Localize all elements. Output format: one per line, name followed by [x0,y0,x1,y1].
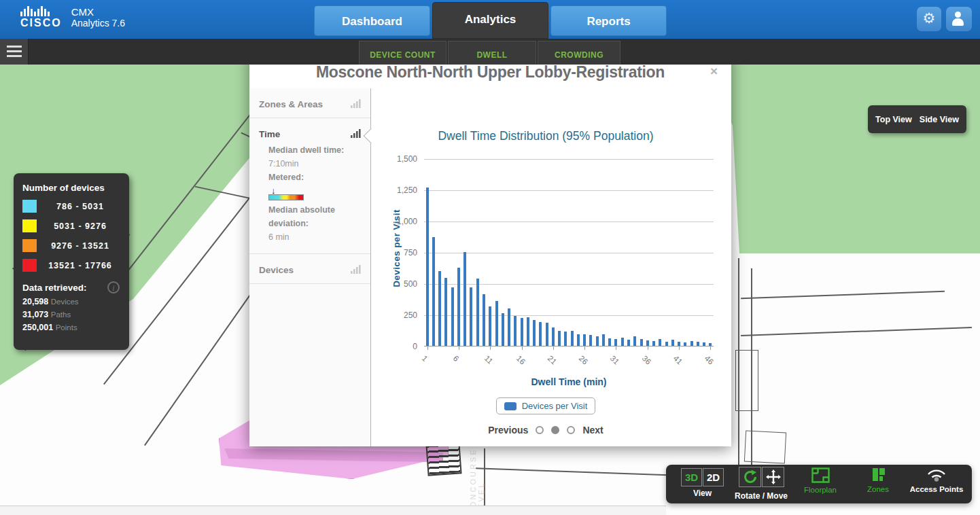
bar-dwell-17[interactable] [527,317,529,347]
bar-dwell-36[interactable] [646,340,649,346]
settings-button[interactable]: ⚙ [917,7,941,31]
bar-dwell-14[interactable] [508,308,510,346]
bar-dwell-30[interactable] [608,338,611,346]
cisco-brand: CISCO CMX Analytics 7.6 [20,5,125,29]
bar-dwell-13[interactable] [502,313,504,346]
bar-dwell-4[interactable] [444,278,447,346]
view-2d-button[interactable]: 2D [703,468,724,486]
page-dot-3[interactable] [567,426,575,434]
metered-arrow-icon: ↓ [271,184,364,194]
bar-chart-icon [351,129,361,138]
bar-dwell-27[interactable] [589,335,592,346]
rotate-icon [742,469,758,485]
bar-chart-icon [351,265,361,274]
move-button[interactable] [762,467,784,487]
data-retrieved-paths: 31,073 Paths [22,310,129,319]
view-3d-button[interactable]: 3D [681,468,702,486]
zone-detail-modal: Moscone North-North Upper Lobby-Registra… [249,53,731,446]
bar-dwell-45[interactable] [703,342,705,346]
close-icon[interactable]: × [710,64,718,79]
data-retrieved-devices: 20,598 Devices [22,297,129,306]
bar-dwell-21[interactable] [552,327,555,346]
menu-button[interactable] [0,39,29,65]
info-icon[interactable]: i [107,281,120,294]
bar-dwell-25[interactable] [577,334,580,346]
bar-dwell-5[interactable] [451,287,454,346]
metered-label: Metered: [268,173,304,182]
x-tick-mark [459,347,459,350]
tab-dashboard[interactable]: Dashboard [314,5,430,36]
sidebar-section-zones-areas[interactable]: Zones & Areas [249,88,370,118]
bar-dwell-26[interactable] [583,334,586,346]
bar-dwell-7[interactable] [463,252,466,346]
bar-dwell-2[interactable] [432,237,435,346]
subtab-crowding[interactable]: CROWDING [538,41,620,65]
x-tick-label: 46 [703,354,716,366]
floorplan-room [744,430,786,463]
bar-dwell-35[interactable] [640,339,643,346]
top-view-button[interactable]: Top View [875,115,912,124]
x-tick-mark [522,347,523,350]
account-button[interactable] [946,7,972,31]
device-count-legend-panel: Number of devices 786 - 5031 5031 - 9276… [14,173,129,350]
zones-toggle-button[interactable]: Zones [860,467,896,493]
mad-label: Median absolutedeviation: [268,205,335,228]
x-tick-mark [427,347,428,350]
tab-reports[interactable]: Reports [550,5,667,36]
x-tick-mark [490,347,491,350]
bar-dwell-6[interactable] [457,268,460,346]
bar-dwell-28[interactable] [596,336,599,346]
bar-dwell-39[interactable] [665,342,668,346]
series-legend-toggle[interactable]: Devices per Visit [496,397,596,414]
bar-dwell-22[interactable] [558,331,561,346]
bar-dwell-33[interactable] [627,340,630,346]
gridline [424,159,714,160]
page-dot-1[interactable] [536,426,544,434]
bar-dwell-12[interactable] [495,301,498,346]
bar-dwell-29[interactable] [602,334,605,346]
bar-dwell-42[interactable] [684,342,686,346]
bar-dwell-20[interactable] [546,323,548,346]
bar-dwell-32[interactable] [621,338,624,346]
bar-dwell-18[interactable] [533,320,536,346]
bar-dwell-8[interactable] [470,287,472,346]
bar-dwell-41[interactable] [678,342,680,346]
bar-dwell-3[interactable] [438,271,441,346]
page-dot-2-current[interactable] [551,426,559,434]
bar-dwell-23[interactable] [564,332,567,346]
bar-dwell-34[interactable] [633,336,636,346]
chart-title: Dwell Time Distribution (95% Population) [372,129,720,143]
bar-dwell-9[interactable] [476,279,479,346]
bar-dwell-43[interactable] [690,341,693,346]
bar-dwell-15[interactable] [514,316,517,346]
bar-dwell-1[interactable] [426,188,429,346]
access-points-toggle-button[interactable]: Access Points [909,467,964,493]
median-dwell-value: 7:10min [268,159,298,168]
bar-dwell-19[interactable] [539,322,542,346]
bar-dwell-46[interactable] [709,343,712,346]
gridline [424,190,714,191]
bar-dwell-37[interactable] [652,341,655,346]
next-button[interactable]: Next [582,425,603,436]
data-retrieved-points: 250,001 Points [22,323,129,332]
tab-analytics[interactable]: Analytics [432,2,548,39]
floorplan-toggle-button[interactable]: Floorplan [802,467,839,494]
subtab-dwell[interactable]: DWELL [448,41,536,65]
sidebar-section-devices[interactable]: Devices [249,254,370,284]
bar-dwell-16[interactable] [521,318,523,346]
subtab-device-count[interactable]: DEVICE COUNT [359,41,447,65]
chart-legend: Devices per Visit [372,397,720,414]
bar-dwell-44[interactable] [697,342,699,346]
bar-dwell-24[interactable] [571,331,574,346]
bar-dwell-11[interactable] [489,306,491,346]
wifi-icon [925,467,948,482]
bar-dwell-31[interactable] [614,339,617,346]
y-tick-label: 1,500 [377,154,417,164]
bar-dwell-10[interactable] [483,294,485,346]
sidebar-section-time[interactable]: Time [249,118,370,142]
previous-button[interactable]: Previous [488,425,528,436]
rotate-button[interactable] [739,467,761,487]
side-view-button[interactable]: Side View [920,115,959,124]
bar-dwell-38[interactable] [659,339,661,346]
bar-dwell-40[interactable] [671,340,674,346]
